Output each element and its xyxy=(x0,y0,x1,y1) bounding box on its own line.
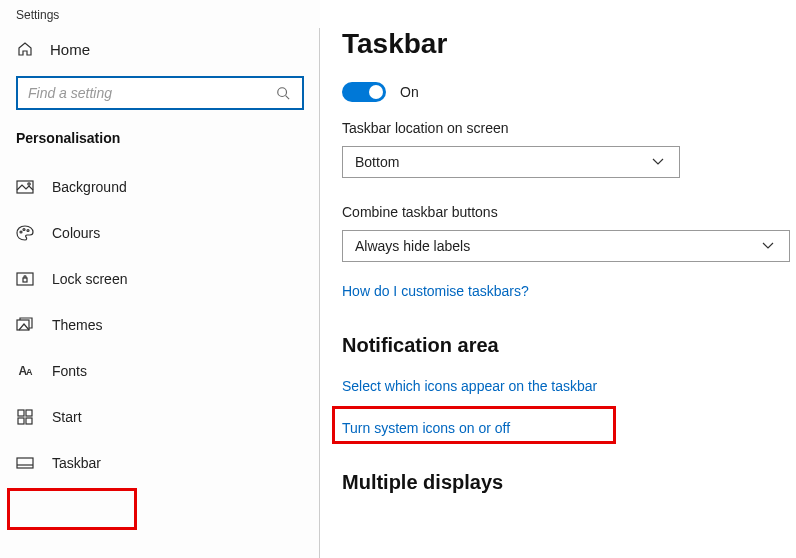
svg-rect-9 xyxy=(18,410,24,416)
sidebar-item-label: Background xyxy=(52,179,127,195)
chevron-down-icon xyxy=(649,153,667,171)
chevron-down-icon xyxy=(759,237,777,255)
sidebar-item-themes[interactable]: Themes xyxy=(0,302,320,348)
taskbar-icon xyxy=(16,454,34,472)
home-icon xyxy=(16,40,34,58)
location-label: Taskbar location on screen xyxy=(342,120,796,136)
svg-point-3 xyxy=(20,231,22,233)
home-nav[interactable]: Home xyxy=(0,26,320,70)
select-icons-link[interactable]: Select which icons appear on the taskbar xyxy=(342,378,597,394)
sidebar-item-taskbar[interactable]: Taskbar xyxy=(0,440,320,486)
themes-icon xyxy=(16,316,34,334)
sidebar-item-label: Taskbar xyxy=(52,455,101,471)
sidebar-item-label: Fonts xyxy=(52,363,87,379)
multiple-displays-heading: Multiple displays xyxy=(342,471,796,494)
home-label: Home xyxy=(50,41,90,58)
sidebar-item-label: Start xyxy=(52,409,82,425)
toggle-state-label: On xyxy=(398,84,419,100)
search-input[interactable] xyxy=(28,85,274,101)
sidebar-item-background[interactable]: Background xyxy=(0,164,320,210)
sidebar-item-label: Colours xyxy=(52,225,100,241)
svg-rect-13 xyxy=(17,458,33,468)
page-title: Taskbar xyxy=(342,28,796,60)
fonts-icon: AA xyxy=(16,362,34,380)
sidebar-item-lock-screen[interactable]: Lock screen xyxy=(0,256,320,302)
combine-value: Always hide labels xyxy=(355,238,470,254)
sidebar-item-start[interactable]: Start xyxy=(0,394,320,440)
sidebar-item-label: Lock screen xyxy=(52,271,127,287)
svg-point-4 xyxy=(23,229,25,231)
svg-rect-7 xyxy=(23,278,27,282)
svg-rect-10 xyxy=(26,410,32,416)
sidebar-item-label: Themes xyxy=(52,317,103,333)
palette-icon xyxy=(16,224,34,242)
lock-screen-icon xyxy=(16,270,34,288)
svg-point-0 xyxy=(278,88,287,97)
customise-link[interactable]: How do I customise taskbars? xyxy=(342,283,529,299)
svg-rect-11 xyxy=(18,418,24,424)
location-select[interactable]: Bottom xyxy=(342,146,680,178)
taskbar-toggle[interactable] xyxy=(342,82,386,102)
system-icons-link[interactable]: Turn system icons on or off xyxy=(342,420,510,436)
search-icon xyxy=(274,84,292,102)
notification-heading: Notification area xyxy=(342,334,796,357)
svg-point-2 xyxy=(28,183,30,185)
sidebar-item-fonts[interactable]: AA Fonts xyxy=(0,348,320,394)
svg-rect-6 xyxy=(17,273,33,285)
combine-select[interactable]: Always hide labels xyxy=(342,230,790,262)
svg-point-5 xyxy=(27,230,29,232)
search-input-container[interactable] xyxy=(16,76,304,110)
app-title: Settings xyxy=(0,0,320,26)
combine-label: Combine taskbar buttons xyxy=(342,204,796,220)
picture-icon xyxy=(16,178,34,196)
toggle-knob xyxy=(369,85,383,99)
section-title: Personalisation xyxy=(0,124,320,154)
sidebar-item-colours[interactable]: Colours xyxy=(0,210,320,256)
start-icon xyxy=(16,408,34,426)
location-value: Bottom xyxy=(355,154,399,170)
svg-rect-12 xyxy=(26,418,32,424)
